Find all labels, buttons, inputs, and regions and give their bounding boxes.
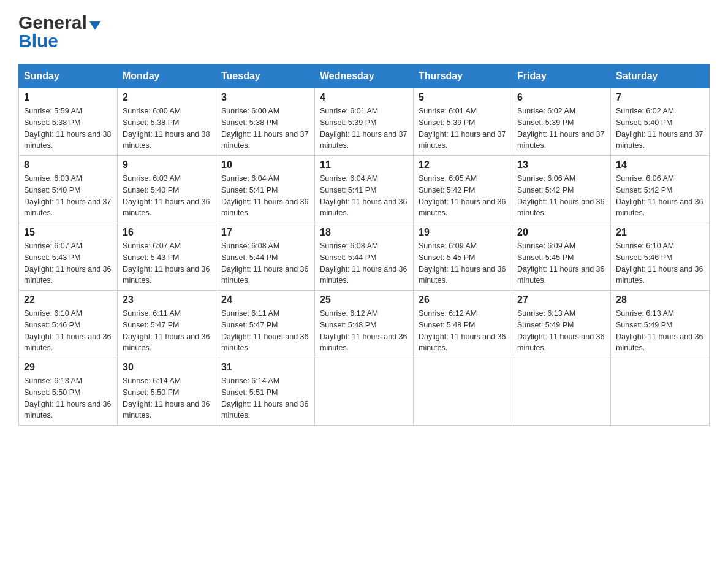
calendar-cell: 2 Sunrise: 6:00 AMSunset: 5:38 PMDayligh…: [118, 88, 216, 156]
calendar-cell: [611, 358, 710, 426]
day-number: 12: [419, 159, 507, 170]
calendar-cell: 20 Sunrise: 6:09 AMSunset: 5:45 PMDaylig…: [512, 223, 611, 291]
calendar-cell: [512, 358, 611, 426]
day-number: 18: [320, 227, 408, 238]
day-info: Sunrise: 6:07 AMSunset: 5:43 PMDaylight:…: [24, 240, 112, 286]
calendar-header-saturday: Saturday: [611, 64, 710, 88]
day-number: 7: [616, 92, 704, 103]
day-number: 17: [221, 227, 309, 238]
calendar-header-friday: Friday: [512, 64, 611, 88]
calendar-cell: 29 Sunrise: 6:13 AMSunset: 5:50 PMDaylig…: [19, 358, 118, 426]
calendar-cell: 13 Sunrise: 6:06 AMSunset: 5:42 PMDaylig…: [512, 156, 611, 223]
day-number: 24: [221, 294, 309, 305]
calendar-cell: 24 Sunrise: 6:11 AMSunset: 5:47 PMDaylig…: [216, 291, 315, 358]
calendar-cell: 12 Sunrise: 6:05 AMSunset: 5:42 PMDaylig…: [414, 156, 512, 223]
calendar-cell: 8 Sunrise: 6:03 AMSunset: 5:40 PMDayligh…: [19, 156, 118, 223]
day-number: 8: [24, 159, 112, 170]
day-number: 23: [123, 294, 211, 305]
day-info: Sunrise: 6:13 AMSunset: 5:49 PMDaylight:…: [517, 308, 605, 354]
day-info: Sunrise: 6:04 AMSunset: 5:41 PMDaylight:…: [221, 173, 309, 219]
day-info: Sunrise: 6:00 AMSunset: 5:38 PMDaylight:…: [221, 105, 309, 151]
day-info: Sunrise: 6:11 AMSunset: 5:47 PMDaylight:…: [221, 308, 309, 354]
calendar-cell: 17 Sunrise: 6:08 AMSunset: 5:44 PMDaylig…: [216, 223, 315, 291]
calendar-cell: 11 Sunrise: 6:04 AMSunset: 5:41 PMDaylig…: [315, 156, 414, 223]
day-number: 13: [517, 159, 605, 170]
day-number: 11: [320, 159, 408, 170]
calendar-header-sunday: Sunday: [19, 64, 118, 88]
calendar-week-5: 29 Sunrise: 6:13 AMSunset: 5:50 PMDaylig…: [19, 358, 710, 426]
day-info: Sunrise: 6:10 AMSunset: 5:46 PMDaylight:…: [24, 308, 112, 354]
day-info: Sunrise: 6:09 AMSunset: 5:45 PMDaylight:…: [419, 240, 507, 286]
day-info: Sunrise: 6:12 AMSunset: 5:48 PMDaylight:…: [320, 308, 408, 354]
calendar-cell: 3 Sunrise: 6:00 AMSunset: 5:38 PMDayligh…: [216, 88, 315, 156]
calendar-cell: 16 Sunrise: 6:07 AMSunset: 5:43 PMDaylig…: [118, 223, 216, 291]
day-number: 6: [517, 92, 605, 103]
calendar-cell: 4 Sunrise: 6:01 AMSunset: 5:39 PMDayligh…: [315, 88, 414, 156]
calendar-week-4: 22 Sunrise: 6:10 AMSunset: 5:46 PMDaylig…: [19, 291, 710, 358]
logo-arrow-icon: [89, 21, 100, 30]
day-info: Sunrise: 6:13 AMSunset: 5:49 PMDaylight:…: [616, 308, 704, 354]
day-number: 29: [24, 362, 112, 373]
calendar-cell: 28 Sunrise: 6:13 AMSunset: 5:49 PMDaylig…: [611, 291, 710, 358]
day-info: Sunrise: 6:03 AMSunset: 5:40 PMDaylight:…: [24, 173, 112, 219]
calendar-cell: 31 Sunrise: 6:14 AMSunset: 5:51 PMDaylig…: [216, 358, 315, 426]
day-number: 1: [24, 92, 112, 103]
calendar-week-2: 8 Sunrise: 6:03 AMSunset: 5:40 PMDayligh…: [19, 156, 710, 223]
day-number: 5: [419, 92, 507, 103]
day-number: 14: [616, 159, 704, 170]
calendar-cell: 14 Sunrise: 6:06 AMSunset: 5:42 PMDaylig…: [611, 156, 710, 223]
day-number: 4: [320, 92, 408, 103]
day-info: Sunrise: 6:13 AMSunset: 5:50 PMDaylight:…: [24, 375, 112, 421]
day-info: Sunrise: 5:59 AMSunset: 5:38 PMDaylight:…: [24, 105, 112, 151]
day-number: 20: [517, 227, 605, 238]
day-info: Sunrise: 6:02 AMSunset: 5:40 PMDaylight:…: [616, 105, 704, 151]
calendar-header-thursday: Thursday: [414, 64, 512, 88]
calendar-header-monday: Monday: [118, 64, 216, 88]
day-info: Sunrise: 6:04 AMSunset: 5:41 PMDaylight:…: [320, 173, 408, 219]
day-number: 3: [221, 92, 309, 103]
calendar-cell: 30 Sunrise: 6:14 AMSunset: 5:50 PMDaylig…: [118, 358, 216, 426]
day-info: Sunrise: 6:07 AMSunset: 5:43 PMDaylight:…: [123, 240, 211, 286]
calendar-cell: 6 Sunrise: 6:02 AMSunset: 5:39 PMDayligh…: [512, 88, 611, 156]
calendar-cell: 23 Sunrise: 6:11 AMSunset: 5:47 PMDaylig…: [118, 291, 216, 358]
day-info: Sunrise: 6:06 AMSunset: 5:42 PMDaylight:…: [616, 173, 704, 219]
logo-blue-text: Blue: [18, 31, 100, 52]
day-info: Sunrise: 6:01 AMSunset: 5:39 PMDaylight:…: [320, 105, 408, 151]
calendar-cell: 5 Sunrise: 6:01 AMSunset: 5:39 PMDayligh…: [414, 88, 512, 156]
day-number: 10: [221, 159, 309, 170]
calendar-cell: 22 Sunrise: 6:10 AMSunset: 5:46 PMDaylig…: [19, 291, 118, 358]
day-number: 21: [616, 227, 704, 238]
calendar-header-wednesday: Wednesday: [315, 64, 414, 88]
calendar-cell: 27 Sunrise: 6:13 AMSunset: 5:49 PMDaylig…: [512, 291, 611, 358]
day-info: Sunrise: 6:02 AMSunset: 5:39 PMDaylight:…: [517, 105, 605, 151]
page-header: General Blue: [18, 12, 710, 52]
calendar-header-row: SundayMondayTuesdayWednesdayThursdayFrid…: [19, 64, 710, 88]
day-number: 15: [24, 227, 112, 238]
day-number: 27: [517, 294, 605, 305]
day-info: Sunrise: 6:01 AMSunset: 5:39 PMDaylight:…: [419, 105, 507, 151]
day-info: Sunrise: 6:03 AMSunset: 5:40 PMDaylight:…: [123, 173, 211, 219]
calendar-week-1: 1 Sunrise: 5:59 AMSunset: 5:38 PMDayligh…: [19, 88, 710, 156]
day-number: 31: [221, 362, 309, 373]
calendar-week-3: 15 Sunrise: 6:07 AMSunset: 5:43 PMDaylig…: [19, 223, 710, 291]
day-info: Sunrise: 6:11 AMSunset: 5:47 PMDaylight:…: [123, 308, 211, 354]
day-info: Sunrise: 6:05 AMSunset: 5:42 PMDaylight:…: [419, 173, 507, 219]
calendar-cell: 21 Sunrise: 6:10 AMSunset: 5:46 PMDaylig…: [611, 223, 710, 291]
day-number: 19: [419, 227, 507, 238]
day-number: 9: [123, 159, 211, 170]
day-number: 16: [123, 227, 211, 238]
day-number: 2: [123, 92, 211, 103]
calendar-cell: 7 Sunrise: 6:02 AMSunset: 5:40 PMDayligh…: [611, 88, 710, 156]
calendar-table: SundayMondayTuesdayWednesdayThursdayFrid…: [18, 64, 710, 426]
day-info: Sunrise: 6:06 AMSunset: 5:42 PMDaylight:…: [517, 173, 605, 219]
logo-general-text: General: [18, 12, 87, 33]
logo: General Blue: [18, 12, 100, 52]
calendar-cell: 15 Sunrise: 6:07 AMSunset: 5:43 PMDaylig…: [19, 223, 118, 291]
day-info: Sunrise: 6:09 AMSunset: 5:45 PMDaylight:…: [517, 240, 605, 286]
calendar-cell: 18 Sunrise: 6:08 AMSunset: 5:44 PMDaylig…: [315, 223, 414, 291]
day-info: Sunrise: 6:08 AMSunset: 5:44 PMDaylight:…: [221, 240, 309, 286]
calendar-cell: 19 Sunrise: 6:09 AMSunset: 5:45 PMDaylig…: [414, 223, 512, 291]
day-number: 25: [320, 294, 408, 305]
calendar-cell: 9 Sunrise: 6:03 AMSunset: 5:40 PMDayligh…: [118, 156, 216, 223]
day-info: Sunrise: 6:08 AMSunset: 5:44 PMDaylight:…: [320, 240, 408, 286]
